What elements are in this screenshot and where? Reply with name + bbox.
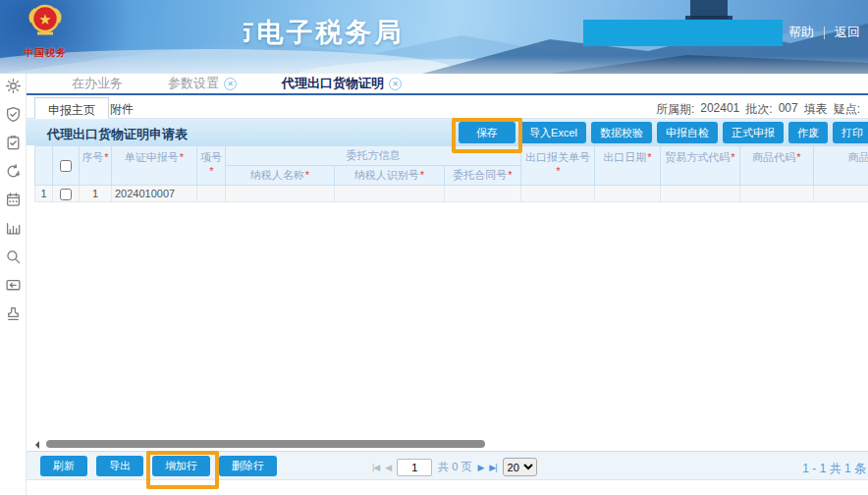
sidebar-item-settings[interactable]: [5, 78, 22, 106]
help-link[interactable]: 帮助: [788, 24, 814, 41]
scroll-left-arrow-icon[interactable]: [35, 441, 39, 449]
void-button[interactable]: 作废: [788, 122, 828, 143]
col-header-item-no: 项号*: [197, 146, 226, 186]
self-check-button[interactable]: 申报自检: [657, 122, 718, 143]
page-number-input[interactable]: [397, 459, 432, 476]
subtab-attachment[interactable]: 附件: [97, 97, 146, 119]
seq-cell[interactable]: 1: [80, 186, 112, 202]
goods-name-cell[interactable]: [814, 186, 868, 202]
goods-code-cell[interactable]: [740, 186, 814, 202]
prev-page-icon[interactable]: ◀: [385, 463, 391, 472]
col-header-taxpayer-id: 纳税人识别号*: [335, 166, 445, 186]
top-tab-bar: 在办业务 参数设置 代理出口货物证明: [27, 74, 868, 95]
tab-agency-export-certificate[interactable]: 代理出口货物证明: [282, 75, 402, 92]
app-header-banner: ★ 中国税务 市电子税务局 帮助 返回: [0, 0, 868, 74]
sidebar-item-exchange[interactable]: [5, 163, 22, 192]
formal-declare-button[interactable]: 正式申报: [723, 122, 784, 143]
application-grid: 序号* 单证申报号* 项号* 委托方信息 出口报关单号* 出口日期* 贸易方式代…: [34, 145, 868, 202]
sidebar-item-search[interactable]: [5, 248, 22, 277]
required-asterisk: *: [731, 151, 734, 163]
subtab-row: 申报主页 附件 所属期: 202401 批次: 007 填表 疑点:: [27, 95, 868, 119]
taxpayer-name-cell[interactable]: [226, 186, 335, 202]
table-row: 1 1 2024010007: [35, 186, 868, 202]
export-button[interactable]: 导出: [96, 456, 143, 476]
header-link-divider: [824, 27, 825, 39]
logo-caption: 中国税务: [13, 46, 77, 60]
tab-parameter-settings[interactable]: 参数设置: [168, 75, 237, 92]
grid-button-group: 刷新 导出 增加行 删除行: [40, 456, 277, 476]
delete-row-button[interactable]: 删除行: [219, 456, 277, 476]
doc-no-cell[interactable]: 2024010007: [112, 186, 197, 202]
print-button[interactable]: 打印: [833, 122, 868, 143]
bottom-toolbar: 刷新 导出 增加行 删除行 |◀ ◀ 共 0 页 ▶ ▶| 20 1 - 1: [27, 451, 868, 480]
form-title: 代理出口货物证明申请表: [47, 126, 188, 143]
required-asterisk: *: [508, 169, 512, 181]
calendar-icon: [5, 192, 22, 208]
pagination-bar: |◀ ◀ 共 0 页 ▶ ▶| 20: [372, 458, 537, 476]
row-number-cell: 1: [35, 186, 53, 202]
taxpayer-id-cell[interactable]: [335, 186, 445, 202]
batch-label: 批次:: [745, 101, 772, 118]
svg-text:★: ★: [38, 11, 51, 28]
batch-value: 007: [779, 101, 798, 118]
required-asterisk: *: [647, 151, 651, 163]
bar-chart-icon: [5, 220, 22, 237]
item-no-cell[interactable]: [197, 186, 226, 202]
required-asterisk: *: [104, 151, 108, 163]
sidebar-item-return-display[interactable]: [5, 277, 22, 305]
save-button[interactable]: 保存: [459, 122, 515, 143]
next-page-icon[interactable]: ▶: [477, 463, 483, 472]
period-value: 202401: [700, 101, 739, 118]
add-row-button-label: 增加行: [165, 460, 197, 471]
stamp-icon: [5, 305, 22, 322]
shield-check-icon: [5, 106, 22, 123]
save-button-label: 保存: [476, 127, 498, 138]
import-excel-button[interactable]: 导入Excel: [520, 122, 586, 143]
total-pages-label: 共 0 页: [438, 460, 471, 474]
row-checkbox[interactable]: [60, 189, 72, 200]
tab-pending-business[interactable]: 在办业务: [72, 75, 123, 92]
col-header-goods-name: 商品名称*: [814, 146, 868, 186]
required-asterisk: *: [305, 169, 309, 181]
group-header-entrusting-party: 委托方信息: [226, 146, 521, 166]
title-clipped-char: 市: [244, 15, 257, 50]
left-icon-sidebar: [0, 74, 27, 495]
close-icon[interactable]: [224, 78, 237, 90]
period-label: 所属期:: [656, 101, 694, 118]
trade-mode-cell[interactable]: [661, 186, 740, 202]
contract-no-cell[interactable]: [445, 186, 521, 202]
sidebar-item-calendar[interactable]: [5, 192, 22, 220]
back-link[interactable]: 返回: [835, 24, 860, 41]
col-header-customs-no: 出口报关单号*: [521, 146, 595, 186]
sidebar-item-statistics[interactable]: [5, 220, 22, 248]
data-check-button[interactable]: 数据校验: [591, 122, 652, 143]
scrollbar-thumb[interactable]: [46, 440, 485, 448]
required-asterisk: *: [180, 151, 184, 163]
select-all-checkbox[interactable]: [60, 160, 72, 172]
export-date-cell[interactable]: [595, 186, 661, 202]
redacted-user-info-block: [583, 20, 783, 46]
page-size-select[interactable]: 20: [503, 458, 537, 476]
banner-bottom-fade: [0, 56, 868, 74]
col-header-trade-mode: 贸易方式代码*: [661, 146, 740, 186]
first-page-icon[interactable]: |◀: [372, 463, 379, 472]
circular-refresh-icon: [5, 163, 22, 180]
gear-icon: [5, 78, 22, 94]
period-batch-meta: 所属期: 202401 批次: 007 填表 疑点:: [656, 101, 860, 118]
add-row-button[interactable]: 增加行: [152, 456, 210, 476]
required-asterisk: *: [796, 151, 800, 163]
sidebar-item-tasks[interactable]: [5, 135, 22, 163]
action-button-group: 保存 导入Excel 数据校验 申报自检 正式申报 作废 打印: [459, 122, 868, 143]
title-text: 电子税务局: [257, 18, 405, 47]
close-icon[interactable]: [389, 78, 402, 90]
tab-label: 参数设置: [168, 75, 219, 92]
fill-form-label: 填表: [804, 101, 828, 118]
refresh-button[interactable]: 刷新: [40, 456, 87, 476]
last-page-icon[interactable]: ▶|: [489, 463, 496, 472]
horizontal-scrollbar: [27, 440, 868, 451]
sidebar-item-protection[interactable]: [5, 106, 22, 135]
sidebar-item-stamp[interactable]: [5, 305, 22, 334]
col-header-export-date: 出口日期*: [595, 146, 661, 186]
tab-label: 代理出口货物证明: [282, 75, 384, 92]
customs-no-cell[interactable]: [521, 186, 595, 202]
